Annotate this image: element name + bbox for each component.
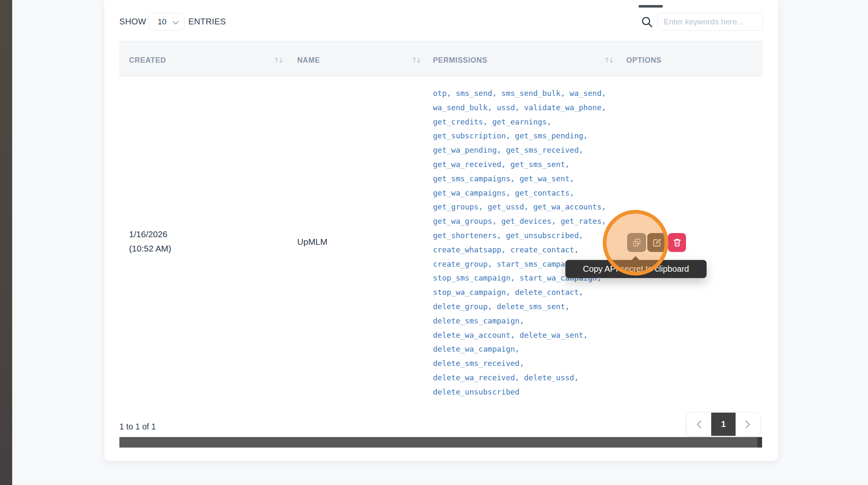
- trash-icon: [673, 238, 681, 247]
- api-keys-page: SHOW 10 ENTRIES CREATED ↑↓ NAME ↑↓ PERMI…: [0, 0, 868, 485]
- sort-arrows-icon[interactable]: ↑↓: [412, 56, 420, 64]
- name-cell: UpMLM: [297, 237, 327, 247]
- show-label: SHOW: [119, 17, 146, 27]
- previous-page-button[interactable]: [687, 413, 711, 436]
- cutoff-element-top: [638, 5, 663, 8]
- column-header-created[interactable]: CREATED: [129, 56, 166, 65]
- page-1-button[interactable]: 1: [711, 413, 736, 436]
- tooltip: Copy API secret to clipboard: [565, 260, 707, 278]
- tooltip-arrow: [631, 256, 640, 260]
- edit-button[interactable]: [647, 233, 666, 252]
- sort-arrows-icon[interactable]: ↑↓: [274, 56, 282, 64]
- copy-api-secret-button[interactable]: [627, 233, 646, 252]
- edit-icon: [652, 238, 662, 247]
- entries-select-value: 10: [158, 17, 166, 27]
- chevron-right-icon: [744, 420, 751, 429]
- desktop-background-strip: [0, 0, 12, 485]
- horizontal-scrollbar[interactable]: [119, 437, 762, 448]
- pagination-range-text: 1 to 1 of 1: [119, 422, 156, 432]
- created-date: 1/16/2026: [129, 227, 171, 241]
- pagination: 1: [686, 412, 760, 436]
- column-header-name[interactable]: NAME: [297, 56, 320, 65]
- column-header-permissions[interactable]: PERMISSIONS: [433, 56, 487, 65]
- next-page-button[interactable]: [736, 413, 760, 436]
- chevron-down-icon: [172, 21, 179, 25]
- entries-label: ENTRIES: [188, 17, 226, 27]
- permissions-cell: otp, sms_send, sms_send_bulk, wa_send, w…: [433, 86, 622, 399]
- created-cell: 1/16/2026 (10:52 AM): [129, 227, 171, 256]
- created-time: (10:52 AM): [129, 241, 171, 256]
- copy-icon: [632, 238, 641, 247]
- search-input[interactable]: [657, 13, 763, 31]
- scrollbar-track-end: [757, 437, 762, 448]
- chevron-left-icon: [696, 420, 702, 429]
- entries-per-page-select[interactable]: 10: [148, 13, 185, 31]
- delete-button[interactable]: [668, 233, 686, 252]
- search-icon: [641, 16, 653, 28]
- sort-arrows-icon[interactable]: ↑↓: [604, 56, 613, 64]
- column-header-options: OPTIONS: [626, 56, 662, 65]
- tooltip-text: Copy API secret to clipboard: [583, 264, 689, 274]
